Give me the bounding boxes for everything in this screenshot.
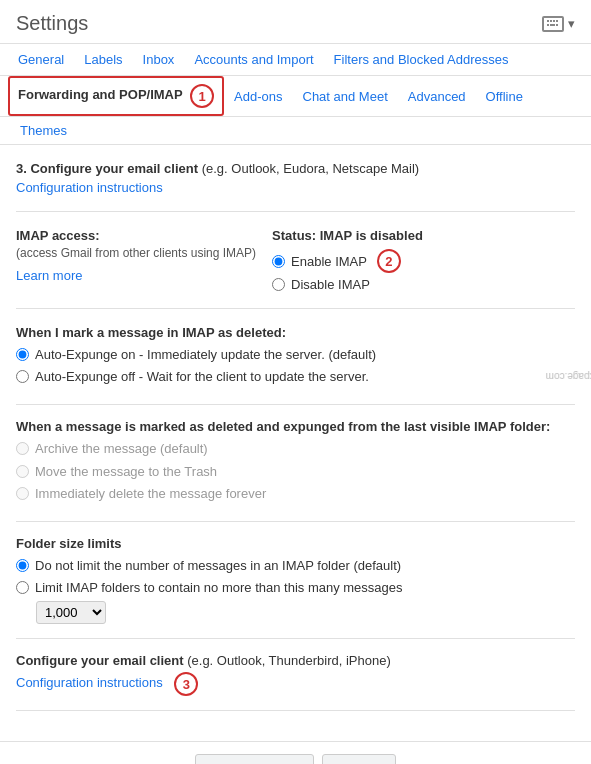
svg-rect-2: [550, 20, 552, 22]
tab-chat-meet[interactable]: Chat and Meet: [293, 81, 398, 112]
annotation-3: 3: [174, 672, 198, 696]
auto-expunge-off-radio[interactable]: [16, 370, 29, 383]
imap-label-title: IMAP access:: [16, 228, 256, 243]
keyboard-icon: [542, 16, 564, 32]
tab-inbox[interactable]: Inbox: [133, 44, 185, 75]
auto-expunge-on-option[interactable]: Auto-Expunge on - Immediately update the…: [16, 346, 575, 364]
imap-label-sub: (access Gmail from other clients using I…: [16, 245, 256, 262]
tab-advanced[interactable]: Advanced: [398, 81, 476, 112]
cancel-button[interactable]: Cancel: [322, 754, 396, 764]
config-instructions-top-link[interactable]: Configuration instructions: [16, 180, 163, 195]
limit-messages-label: Limit IMAP folders to contain no more th…: [35, 579, 403, 597]
svg-rect-6: [550, 24, 555, 26]
imap-learn-more-link[interactable]: Learn more: [16, 268, 82, 283]
move-trash-option: Move the message to the Trash: [16, 463, 575, 481]
enable-imap-radio[interactable]: [272, 255, 285, 268]
tab-labels[interactable]: Labels: [74, 44, 132, 75]
disable-imap-option[interactable]: Disable IMAP: [272, 277, 575, 292]
no-limit-option[interactable]: Do not limit the number of messages in a…: [16, 557, 575, 575]
tab-addons[interactable]: Add-ons: [224, 81, 292, 112]
expunged-message-section: When a message is marked as deleted and …: [16, 419, 575, 522]
no-limit-radio[interactable]: [16, 559, 29, 572]
archive-message-option: Archive the message (default): [16, 440, 575, 458]
imap-enable-disable-group: Enable IMAP 2 Disable IMAP: [272, 249, 575, 292]
folder-size-select-row: 1,000 2,000 5,000 10,000: [36, 601, 575, 624]
folder-size-title: Folder size limits: [16, 536, 575, 551]
auto-expunge-on-label: Auto-Expunge on - Immediately update the…: [35, 346, 376, 364]
archive-message-radio: [16, 442, 29, 455]
tab-general[interactable]: General: [8, 44, 74, 75]
imap-status-text: Status: IMAP is disabled: [272, 228, 575, 243]
delete-forever-radio: [16, 487, 29, 500]
archive-message-label: Archive the message (default): [35, 440, 208, 458]
nav-row-3: Themes: [0, 117, 591, 145]
move-trash-label: Move the message to the Trash: [35, 463, 217, 481]
imap-label-column: IMAP access: (access Gmail from other cl…: [16, 228, 256, 292]
limit-messages-radio[interactable]: [16, 581, 29, 594]
tab-accounts-import[interactable]: Accounts and Import: [184, 44, 323, 75]
annotation-2: 2: [377, 249, 401, 273]
enable-imap-label: Enable IMAP: [291, 254, 367, 269]
disable-imap-radio[interactable]: [272, 278, 285, 291]
delete-forever-option: Immediately delete the message forever: [16, 485, 575, 503]
tab-filters-blocked[interactable]: Filters and Blocked Addresses: [324, 44, 519, 75]
deleted-message-title: When I mark a message in IMAP as deleted…: [16, 325, 575, 340]
configure-client-top-title: 3. Configure your email client (e.g. Out…: [16, 161, 575, 176]
svg-rect-1: [547, 20, 549, 22]
save-changes-button[interactable]: Save Changes: [195, 754, 314, 764]
footer-buttons: Save Changes Cancel: [0, 741, 591, 764]
header: Settings ▾: [0, 0, 591, 44]
chevron-down-icon: ▾: [568, 16, 575, 31]
auto-expunge-off-label: Auto-Expunge off - Wait for the client t…: [35, 368, 369, 386]
folder-size-select[interactable]: 1,000 2,000 5,000 10,000: [36, 601, 106, 624]
enable-imap-option[interactable]: Enable IMAP 2: [272, 249, 575, 273]
tab-offline[interactable]: Offline: [476, 81, 533, 112]
nav-row-1: General Labels Inbox Accounts and Import…: [0, 44, 591, 76]
move-trash-radio: [16, 465, 29, 478]
deleted-message-section: When I mark a message in IMAP as deleted…: [16, 325, 575, 405]
annotation-1: 1: [190, 84, 214, 108]
page-title: Settings: [16, 12, 88, 35]
imap-access-row: IMAP access: (access Gmail from other cl…: [16, 228, 575, 309]
limit-messages-option[interactable]: Limit IMAP folders to contain no more th…: [16, 579, 575, 597]
svg-rect-4: [556, 20, 558, 22]
svg-rect-7: [556, 24, 558, 26]
auto-expunge-on-radio[interactable]: [16, 348, 29, 361]
tab-forwarding-pop-imap[interactable]: Forwarding and POP/IMAP 1: [8, 76, 224, 116]
no-limit-label: Do not limit the number of messages in a…: [35, 557, 401, 575]
folder-size-section: Folder size limits Do not limit the numb…: [16, 536, 575, 639]
keyboard-icon-button[interactable]: ▾: [542, 16, 575, 32]
nav-row-2: Forwarding and POP/IMAP 1 Add-ons Chat a…: [0, 76, 591, 117]
configure-client-bottom-section: Configure your email client (e.g. Outloo…: [16, 653, 575, 711]
imap-content-column: Status: IMAP is disabled Enable IMAP 2 D…: [272, 228, 575, 292]
configure-client-bottom-title: Configure your email client (e.g. Outloo…: [16, 653, 575, 668]
svg-rect-5: [547, 24, 549, 26]
delete-forever-label: Immediately delete the message forever: [35, 485, 266, 503]
disable-imap-label: Disable IMAP: [291, 277, 370, 292]
tab-themes[interactable]: Themes: [10, 115, 77, 146]
content-area: 3. Configure your email client (e.g. Out…: [0, 145, 591, 733]
svg-rect-3: [553, 20, 555, 22]
expunged-message-title: When a message is marked as deleted and …: [16, 419, 575, 434]
config-instructions-bottom-link[interactable]: Configuration instructions: [16, 676, 163, 691]
configure-client-top-section: 3. Configure your email client (e.g. Out…: [16, 161, 575, 212]
auto-expunge-off-option[interactable]: Auto-Expunge off - Wait for the client t…: [16, 368, 575, 386]
